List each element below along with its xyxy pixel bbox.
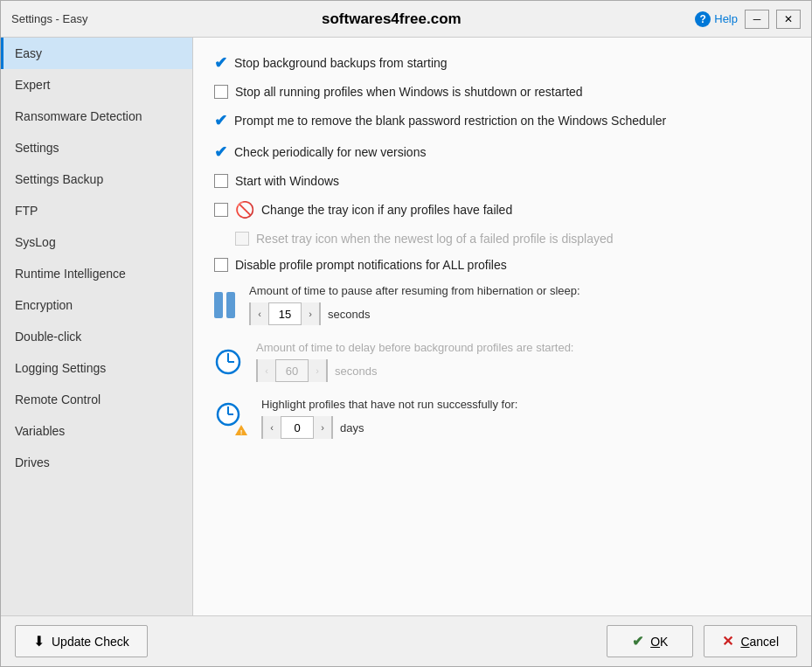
option-row-reset-tray: Reset tray icon when the newest log of a… [235,232,790,246]
ok-button[interactable]: ✔ OK [607,625,693,657]
label-change-tray[interactable]: Change the tray icon if any profiles hav… [261,203,512,217]
highlight-value[interactable] [281,421,313,434]
sidebar-item-settings[interactable]: Settings [1,132,192,163]
pause-icon [214,292,235,318]
label-stop-background[interactable]: Stop background backups from starting [234,56,448,70]
highlight-label-block: Highlight profiles that have not run suc… [261,398,517,439]
hibernation-value[interactable] [269,308,301,321]
close-button[interactable]: ✕ [776,10,801,29]
highlight-increment[interactable]: › [313,416,332,439]
update-check-button[interactable]: ⬇ Update Check [15,625,148,657]
help-icon: ? [695,11,711,27]
sidebar-item-settings-backup[interactable]: Settings Backup [1,163,192,195]
delay-increment: › [308,359,327,382]
sidebar-item-drives[interactable]: Drives [1,447,192,478]
hibernation-label-block: Amount of time to pause after resuming f… [249,284,580,325]
sidebar-item-ransomware-detection[interactable]: Ransomware Detection [1,101,192,132]
sidebar-item-logging-settings[interactable]: Logging Settings [1,352,192,384]
footer: ⬇ Update Check ✔ OK ✕ Cancel [1,615,811,666]
sidebar-item-expert[interactable]: Expert [1,69,192,101]
label-reset-tray: Reset tray icon when the newest log of a… [256,232,614,246]
pause-bar-left [214,292,223,318]
help-button[interactable]: ? Help [695,11,738,27]
delay-label: Amount of time to delay before backgroun… [256,341,573,354]
pause-bar-right [226,292,235,318]
sidebar-item-easy[interactable]: Easy [1,38,192,69]
cancel-underline: C [740,635,749,649]
option-row-start-windows: Start with Windows [214,174,790,188]
help-label: Help [714,12,738,25]
sidebar-item-ftp[interactable]: FTP [1,195,192,226]
checkmark-stop-background: ✔ [214,53,227,73]
option-row-stop-running: Stop all running profiles when Windows i… [214,85,790,99]
option-row-disable-notifications: Disable profile prompt notifications for… [214,258,790,272]
cancel-button[interactable]: ✕ Cancel [704,625,797,657]
tray-icon-img: 🚫 [235,200,254,219]
main-content: ✔ Stop background backups from starting … [193,38,811,615]
option-row-check-versions: ✔ Check periodically for new versions [214,142,790,162]
option-row-change-tray: 🚫 Change the tray icon if any profiles h… [214,200,790,219]
label-disable-notifications[interactable]: Disable profile prompt notifications for… [235,258,507,272]
highlight-spinner: ‹ › days [261,416,517,439]
delay-spinner-box: ‹ › [256,359,328,382]
sidebar-item-remote-control[interactable]: Remote Control [1,384,192,415]
option-row-prompt-blank: ✔ Prompt me to remove the blank password… [214,111,790,130]
checkbox-reset-tray [235,232,249,246]
checkbox-stop-running[interactable] [214,85,228,99]
sidebar-item-variables[interactable]: Variables [1,415,192,447]
label-start-windows[interactable]: Start with Windows [235,174,339,188]
cancel-label: Cancel [740,635,779,649]
delay-spinner: ‹ › seconds [256,359,573,382]
highlight-section: ! Highlight profiles that have not run s… [214,398,790,439]
sidebar-item-runtime-intelligence[interactable]: Runtime Intelligence [1,258,192,289]
sidebar-item-double-click[interactable]: Double-click [1,321,192,352]
label-prompt-blank[interactable]: Prompt me to remove the blank password r… [234,114,666,128]
highlight-clock-warn-icon: ! [214,402,247,435]
delay-section: Amount of time to delay before backgroun… [214,341,790,382]
update-check-label: Update Check [52,635,129,649]
hibernation-unit: seconds [328,308,370,321]
titlebar: Settings - Easy softwares4free.com ? Hel… [1,1,811,38]
titlebar-controls: ? Help ─ ✕ [695,10,801,29]
sidebar-item-encryption[interactable]: Encryption [1,289,192,321]
delay-label-block: Amount of time to delay before backgroun… [256,341,573,382]
highlight-icon-container: ! [214,402,247,435]
delay-decrement: ‹ [257,359,276,382]
delay-clock-icon [214,348,242,376]
delay-value [276,365,308,378]
label-check-versions[interactable]: Check periodically for new versions [234,145,426,159]
download-icon: ⬇ [33,633,45,650]
sidebar-item-syslog[interactable]: SysLog [1,226,192,258]
checkbox-start-windows[interactable] [214,174,228,188]
highlight-unit: days [340,421,364,434]
window-title: Settings - Easy [11,12,87,25]
website-title: softwares4free.com [322,10,462,28]
delay-unit: seconds [335,365,377,378]
hibernation-spinner: ‹ › seconds [249,302,580,325]
hibernation-increment[interactable]: › [301,302,320,325]
content-area: Easy Expert Ransomware Detection Setting… [1,38,811,615]
svg-text:!: ! [240,428,243,435]
checkmark-prompt-blank: ✔ [214,111,227,130]
ok-label: OK [650,635,668,649]
delay-icon-container [214,348,242,376]
checkbox-change-tray[interactable] [214,203,228,217]
footer-actions: ✔ OK ✕ Cancel [607,625,797,657]
label-stop-running[interactable]: Stop all running profiles when Windows i… [235,85,583,99]
highlight-label: Highlight profiles that have not run suc… [261,398,517,411]
hibernation-label: Amount of time to pause after resuming f… [249,284,580,297]
highlight-decrement[interactable]: ‹ [262,416,281,439]
app-window: Settings - Easy softwares4free.com ? Hel… [0,0,812,667]
cancel-x-icon: ✕ [722,633,733,650]
highlight-spinner-box: ‹ › [261,416,333,439]
ok-checkmark-icon: ✔ [632,633,643,650]
option-row-stop-background: ✔ Stop background backups from starting [214,53,790,73]
hibernation-decrement[interactable]: ‹ [250,302,269,325]
minimize-button[interactable]: ─ [745,10,769,29]
checkmark-check-versions: ✔ [214,142,227,162]
ok-underline: O [650,635,660,649]
checkbox-disable-notifications[interactable] [214,258,228,272]
hibernation-spinner-box: ‹ › [249,302,321,325]
hibernation-section: Amount of time to pause after resuming f… [214,284,790,325]
sidebar: Easy Expert Ransomware Detection Setting… [1,38,193,615]
